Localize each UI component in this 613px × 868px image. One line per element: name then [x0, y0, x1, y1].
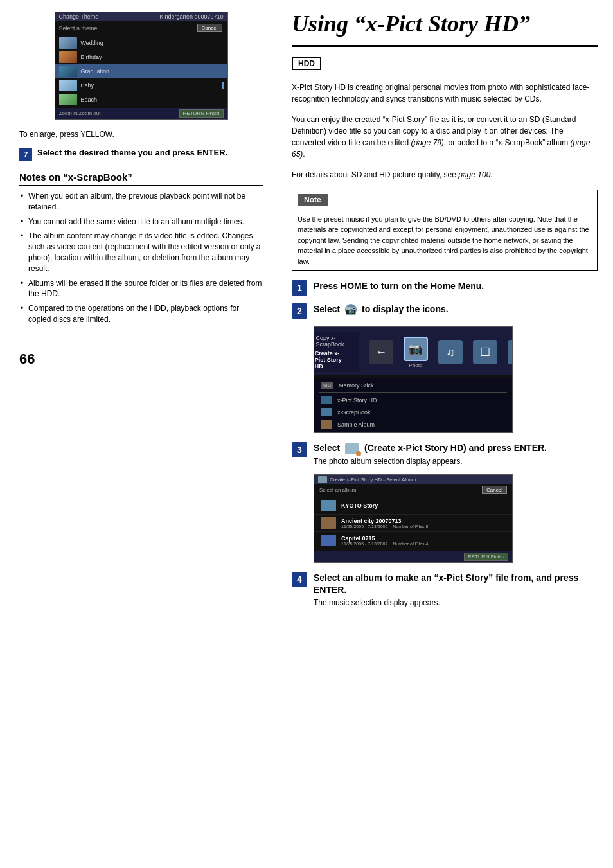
step-3-icon: [345, 443, 359, 454]
hm-photo-icon[interactable]: 📷: [404, 337, 428, 361]
hm-sample-row: Sample Album: [314, 418, 512, 430]
ct-list: Wedding Birthday Graduation Baby: [55, 35, 227, 108]
main-title: Using “x-Pict Story HD”: [292, 12, 598, 37]
sa-thumb-kyoto: [321, 500, 336, 511]
description-p3: For details about SD and HD picture qual…: [292, 169, 598, 181]
hm-return-icon[interactable]: ↩: [508, 340, 513, 364]
hm-ms-row: MS Memory Stick: [314, 380, 512, 391]
hdd-section: HDD: [292, 57, 598, 75]
ct-finish-btn[interactable]: RETURN Finish: [179, 109, 224, 118]
ct-item-wedding[interactable]: Wedding: [55, 36, 227, 50]
sa-item-info-capitel: Capitel 0715 11/25/2005 - 7/13/2007 Numb…: [341, 535, 428, 546]
hm-icons-row: Copy x-ScrapBook Create x-Pict Story HD …: [314, 327, 512, 375]
page: Change Theme Kindergarten d00070710 Sele…: [0, 0, 613, 868]
hm-xscrap-label: x-ScrapBook: [337, 409, 371, 416]
step-2-text: Select 📷 to display the icons.: [314, 303, 449, 315]
hm-photo-label: Photo: [409, 362, 423, 368]
ct-item-beach[interactable]: Beach: [55, 93, 227, 107]
sa-item-capitel[interactable]: Capitel 0715 11/25/2005 - 7/13/2007 Numb…: [314, 532, 512, 549]
hm-music-icon-wrap: ♫: [438, 340, 463, 364]
sa-item-kyoto[interactable]: KYOTO Story: [314, 497, 512, 515]
sa-capitel-title: Capitel 0715: [341, 535, 428, 542]
step-1-text: Press HOME to turn on the Home Menu.: [314, 280, 484, 292]
select-album-screenshot: Create x-Pict Story HD - Select Album Se…: [314, 474, 513, 563]
hm-return-icon-wrap: ↩: [508, 340, 513, 364]
step-3-select: Select: [314, 443, 340, 453]
hm-arrow-icon-wrap: ←: [369, 340, 393, 364]
ct-thumb-baby: [59, 80, 77, 91]
page-number: 66: [19, 351, 263, 368]
note-text: Use the preset music if you plan to give…: [298, 214, 592, 267]
sa-title: Create x-Pict Story HD - Select Album: [330, 477, 416, 483]
ct-thumb-wedding: [59, 37, 77, 49]
ct-item-birthday[interactable]: Birthday: [55, 50, 227, 64]
ct-title-bar: Change Theme Kindergarten d00070710: [55, 12, 227, 21]
hm-divider2: [319, 392, 507, 393]
sa-subtitle: Select an album: [319, 487, 356, 493]
ct-item-baby[interactable]: Baby: [55, 78, 227, 93]
hm-photo-icon-wrap: 📷 Photo: [404, 337, 428, 368]
step-2: 2 Select 📷 to display the icons.: [292, 303, 598, 319]
step-3: 3 Select (Create x-Pict Story HD) and pr…: [292, 442, 598, 466]
left-column: Change Theme Kindergarten d00070710 Sele…: [0, 0, 276, 868]
hm-music-icon[interactable]: ♫: [438, 340, 463, 364]
list-item: Compared to the operations on the HDD, p…: [19, 303, 263, 325]
hm-sample-icon: [321, 420, 332, 429]
hm-xpict-label: x-Pict Story HD: [337, 397, 377, 403]
ct-title: Change Theme: [59, 13, 99, 20]
hm-xpict-icon: [321, 396, 332, 404]
note-badge: Note: [298, 194, 328, 206]
list-item: The album content may change if its vide…: [19, 231, 263, 274]
sa-finish-btn[interactable]: RETURN Finish: [464, 553, 508, 561]
step-4-text: Select an album to make an “x-Pict Story…: [314, 572, 598, 608]
ct-item-label-birthday: Birthday: [81, 54, 102, 60]
ct-zoom-label: Zoom in/Zoom out: [59, 111, 101, 116]
hm-sample-label: Sample Album: [337, 421, 375, 428]
step-4: 4 Select an album to make an “x-Pict Sto…: [292, 572, 598, 608]
sa-list: KYOTO Story Ancient city 20070713 11/25/…: [314, 495, 512, 551]
hm-copy-menu: Copy x-ScrapBook Create x-Pict Story HD: [314, 332, 359, 372]
step-4-sub: The music selection display appears.: [314, 598, 598, 608]
sa-cancel-btn[interactable]: Cancel: [482, 486, 507, 494]
photo-icon: 📷: [345, 304, 357, 315]
sa-item-info-kyoto: KYOTO Story: [341, 502, 378, 509]
step-7-text: Select the desired theme you and press E…: [37, 148, 227, 157]
home-menu-screenshot: Copy x-ScrapBook Create x-Pict Story HD …: [314, 326, 513, 433]
ct-subtitle: Kindergarten d00070710: [159, 13, 223, 20]
ct-select-label: Select a theme: [59, 25, 98, 31]
step-2-badge: 2: [292, 303, 307, 319]
ct-thumb-birthday: [59, 51, 77, 63]
list-item: When you edit an album, the previous pla…: [19, 191, 263, 213]
step-3-badge: 3: [292, 442, 307, 457]
enlarge-note: To enlarge, press YELLOW.: [19, 130, 263, 139]
description-p1: X-Pict Story HD is creating original per…: [292, 82, 598, 105]
sa-item-ancient[interactable]: Ancient city 20070713 11/25/2005 - 7/13/…: [314, 515, 512, 532]
ct-item-graduation[interactable]: Graduation: [55, 64, 227, 78]
hm-xscrap-icon: [321, 408, 332, 416]
step-3-sub: The photo album selection display appear…: [314, 457, 547, 467]
change-theme-screenshot: Change Theme Kindergarten d00070710 Sele…: [55, 12, 228, 120]
sa-title-bar: Create x-Pict Story HD - Select Album: [314, 475, 512, 484]
ct-item-label-baby: Baby: [81, 82, 94, 89]
hm-xscrap-row: x-ScrapBook: [314, 406, 512, 418]
create-xpict-label: Create x-Pict Story HD: [315, 350, 348, 369]
step-4-badge: 4: [292, 572, 307, 587]
hm-ms-label: Memory Stick: [339, 382, 374, 389]
step-1-badge: 1: [292, 280, 307, 296]
sa-thumb-ancient: [321, 517, 336, 529]
hm-menu-row-copy: Copy x-ScrapBook: [314, 333, 356, 349]
title-underline: [292, 45, 598, 47]
hm-hdd-icon[interactable]: ☐: [473, 340, 497, 364]
hm-arrow-icon: ←: [369, 340, 393, 364]
step-2-text2: to display the icons.: [362, 304, 449, 314]
sa-kyoto-title: KYOTO Story: [341, 502, 378, 509]
step-2-select: Select: [314, 304, 340, 314]
notes-section: Notes on “x-ScrapBook” When you edit an …: [19, 172, 263, 325]
note-box: Note Use the preset music if you plan to…: [292, 190, 598, 272]
notes-title: Notes on “x-ScrapBook”: [19, 172, 263, 186]
ct-cancel-btn[interactable]: Cancel: [197, 24, 222, 32]
ct-item-label-beach: Beach: [81, 96, 98, 103]
step-7: 7 Select the desired theme you and press…: [19, 148, 263, 161]
sa-bottom-bar: RETURN Finish: [314, 551, 512, 562]
hm-list-items: MS Memory Stick x-Pict Story HD x-ScrapB…: [314, 378, 512, 432]
